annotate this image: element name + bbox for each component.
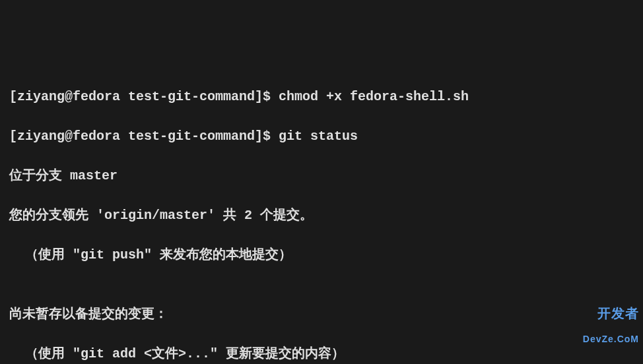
git-branch-line: 位于分支 master xyxy=(9,166,634,186)
command-text: chmod +x fedora-shell.sh xyxy=(279,89,469,104)
git-ahead-line: 您的分支领先 'origin/master' 共 2 个提交。 xyxy=(9,206,634,226)
watermark: 开发者 DevZe.CoM xyxy=(583,293,639,357)
command-text: git status xyxy=(279,129,358,144)
git-unstaged-header: 尚未暂存以备提交的变更： xyxy=(9,305,634,324)
git-add-hint: （使用 "git add <文件>..." 更新要提交的内容） xyxy=(9,344,634,364)
watermark-url: DevZe.CoM xyxy=(583,334,639,344)
git-push-hint: （使用 "git push" 来发布您的本地提交） xyxy=(9,245,634,265)
shell-prompt: [ziyang@fedora test-git-command]$ xyxy=(9,89,279,104)
shell-prompt: [ziyang@fedora test-git-command]$ xyxy=(9,129,279,144)
watermark-cn: 开发者 xyxy=(597,306,639,320)
terminal-line-1: [ziyang@fedora test-git-command]$ chmod … xyxy=(9,87,634,107)
terminal-line-2: [ziyang@fedora test-git-command]$ git st… xyxy=(9,127,634,146)
